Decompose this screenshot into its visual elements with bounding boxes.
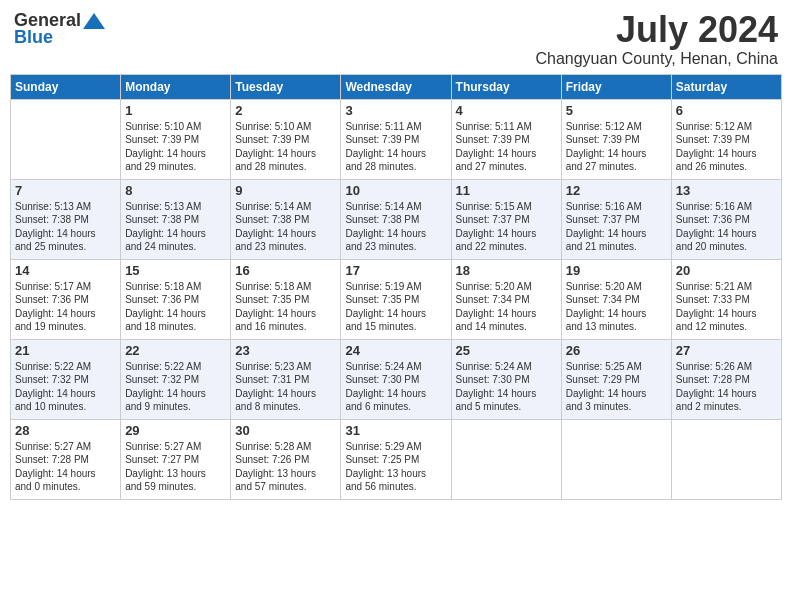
month-title: July 2024 [535, 10, 778, 50]
day-info: Sunrise: 5:10 AM Sunset: 7:39 PM Dayligh… [125, 120, 226, 174]
day-number: 27 [676, 343, 777, 358]
day-number: 17 [345, 263, 446, 278]
table-row: 5Sunrise: 5:12 AM Sunset: 7:39 PM Daylig… [561, 99, 671, 179]
day-number: 29 [125, 423, 226, 438]
day-info: Sunrise: 5:16 AM Sunset: 7:37 PM Dayligh… [566, 200, 667, 254]
day-info: Sunrise: 5:11 AM Sunset: 7:39 PM Dayligh… [456, 120, 557, 174]
calendar-week-row: 1Sunrise: 5:10 AM Sunset: 7:39 PM Daylig… [11, 99, 782, 179]
table-row: 1Sunrise: 5:10 AM Sunset: 7:39 PM Daylig… [121, 99, 231, 179]
day-info: Sunrise: 5:16 AM Sunset: 7:36 PM Dayligh… [676, 200, 777, 254]
day-info: Sunrise: 5:13 AM Sunset: 7:38 PM Dayligh… [15, 200, 116, 254]
day-info: Sunrise: 5:28 AM Sunset: 7:26 PM Dayligh… [235, 440, 336, 494]
table-row: 3Sunrise: 5:11 AM Sunset: 7:39 PM Daylig… [341, 99, 451, 179]
table-row [11, 99, 121, 179]
col-sunday: Sunday [11, 74, 121, 99]
day-info: Sunrise: 5:22 AM Sunset: 7:32 PM Dayligh… [125, 360, 226, 414]
table-row: 4Sunrise: 5:11 AM Sunset: 7:39 PM Daylig… [451, 99, 561, 179]
day-number: 22 [125, 343, 226, 358]
day-info: Sunrise: 5:12 AM Sunset: 7:39 PM Dayligh… [676, 120, 777, 174]
day-info: Sunrise: 5:24 AM Sunset: 7:30 PM Dayligh… [456, 360, 557, 414]
table-row: 27Sunrise: 5:26 AM Sunset: 7:28 PM Dayli… [671, 339, 781, 419]
day-info: Sunrise: 5:20 AM Sunset: 7:34 PM Dayligh… [566, 280, 667, 334]
table-row: 25Sunrise: 5:24 AM Sunset: 7:30 PM Dayli… [451, 339, 561, 419]
table-row [561, 419, 671, 499]
day-info: Sunrise: 5:15 AM Sunset: 7:37 PM Dayligh… [456, 200, 557, 254]
day-info: Sunrise: 5:29 AM Sunset: 7:25 PM Dayligh… [345, 440, 446, 494]
day-info: Sunrise: 5:27 AM Sunset: 7:27 PM Dayligh… [125, 440, 226, 494]
day-number: 2 [235, 103, 336, 118]
day-info: Sunrise: 5:12 AM Sunset: 7:39 PM Dayligh… [566, 120, 667, 174]
day-info: Sunrise: 5:23 AM Sunset: 7:31 PM Dayligh… [235, 360, 336, 414]
col-wednesday: Wednesday [341, 74, 451, 99]
table-row: 26Sunrise: 5:25 AM Sunset: 7:29 PM Dayli… [561, 339, 671, 419]
day-number: 19 [566, 263, 667, 278]
day-info: Sunrise: 5:18 AM Sunset: 7:35 PM Dayligh… [235, 280, 336, 334]
day-info: Sunrise: 5:21 AM Sunset: 7:33 PM Dayligh… [676, 280, 777, 334]
table-row: 15Sunrise: 5:18 AM Sunset: 7:36 PM Dayli… [121, 259, 231, 339]
day-number: 13 [676, 183, 777, 198]
page-header: General Blue July 2024 Changyuan County,… [10, 10, 782, 68]
day-number: 11 [456, 183, 557, 198]
table-row: 6Sunrise: 5:12 AM Sunset: 7:39 PM Daylig… [671, 99, 781, 179]
day-info: Sunrise: 5:13 AM Sunset: 7:38 PM Dayligh… [125, 200, 226, 254]
day-number: 3 [345, 103, 446, 118]
col-saturday: Saturday [671, 74, 781, 99]
day-number: 23 [235, 343, 336, 358]
table-row: 12Sunrise: 5:16 AM Sunset: 7:37 PM Dayli… [561, 179, 671, 259]
calendar-table: Sunday Monday Tuesday Wednesday Thursday… [10, 74, 782, 500]
table-row: 21Sunrise: 5:22 AM Sunset: 7:32 PM Dayli… [11, 339, 121, 419]
table-row: 10Sunrise: 5:14 AM Sunset: 7:38 PM Dayli… [341, 179, 451, 259]
table-row: 19Sunrise: 5:20 AM Sunset: 7:34 PM Dayli… [561, 259, 671, 339]
day-number: 8 [125, 183, 226, 198]
day-info: Sunrise: 5:27 AM Sunset: 7:28 PM Dayligh… [15, 440, 116, 494]
day-info: Sunrise: 5:14 AM Sunset: 7:38 PM Dayligh… [345, 200, 446, 254]
table-row: 20Sunrise: 5:21 AM Sunset: 7:33 PM Dayli… [671, 259, 781, 339]
table-row [451, 419, 561, 499]
table-row: 24Sunrise: 5:24 AM Sunset: 7:30 PM Dayli… [341, 339, 451, 419]
header-row: Sunday Monday Tuesday Wednesday Thursday… [11, 74, 782, 99]
day-number: 5 [566, 103, 667, 118]
title-block: July 2024 Changyuan County, Henan, China [535, 10, 778, 68]
logo: General Blue [14, 10, 105, 48]
table-row: 9Sunrise: 5:14 AM Sunset: 7:38 PM Daylig… [231, 179, 341, 259]
table-row: 14Sunrise: 5:17 AM Sunset: 7:36 PM Dayli… [11, 259, 121, 339]
day-info: Sunrise: 5:22 AM Sunset: 7:32 PM Dayligh… [15, 360, 116, 414]
day-number: 30 [235, 423, 336, 438]
table-row: 28Sunrise: 5:27 AM Sunset: 7:28 PM Dayli… [11, 419, 121, 499]
day-number: 6 [676, 103, 777, 118]
day-number: 15 [125, 263, 226, 278]
day-number: 14 [15, 263, 116, 278]
col-friday: Friday [561, 74, 671, 99]
day-number: 9 [235, 183, 336, 198]
day-number: 24 [345, 343, 446, 358]
day-number: 28 [15, 423, 116, 438]
table-row: 2Sunrise: 5:10 AM Sunset: 7:39 PM Daylig… [231, 99, 341, 179]
day-number: 10 [345, 183, 446, 198]
day-number: 1 [125, 103, 226, 118]
table-row: 17Sunrise: 5:19 AM Sunset: 7:35 PM Dayli… [341, 259, 451, 339]
table-row: 16Sunrise: 5:18 AM Sunset: 7:35 PM Dayli… [231, 259, 341, 339]
day-number: 31 [345, 423, 446, 438]
day-number: 18 [456, 263, 557, 278]
day-number: 25 [456, 343, 557, 358]
col-monday: Monday [121, 74, 231, 99]
day-number: 16 [235, 263, 336, 278]
day-number: 26 [566, 343, 667, 358]
col-tuesday: Tuesday [231, 74, 341, 99]
day-info: Sunrise: 5:26 AM Sunset: 7:28 PM Dayligh… [676, 360, 777, 414]
day-info: Sunrise: 5:18 AM Sunset: 7:36 PM Dayligh… [125, 280, 226, 334]
logo-triangle-icon [83, 13, 105, 29]
table-row: 29Sunrise: 5:27 AM Sunset: 7:27 PM Dayli… [121, 419, 231, 499]
table-row: 8Sunrise: 5:13 AM Sunset: 7:38 PM Daylig… [121, 179, 231, 259]
table-row: 11Sunrise: 5:15 AM Sunset: 7:37 PM Dayli… [451, 179, 561, 259]
day-info: Sunrise: 5:24 AM Sunset: 7:30 PM Dayligh… [345, 360, 446, 414]
day-number: 20 [676, 263, 777, 278]
day-info: Sunrise: 5:20 AM Sunset: 7:34 PM Dayligh… [456, 280, 557, 334]
table-row: 30Sunrise: 5:28 AM Sunset: 7:26 PM Dayli… [231, 419, 341, 499]
table-row: 31Sunrise: 5:29 AM Sunset: 7:25 PM Dayli… [341, 419, 451, 499]
day-number: 4 [456, 103, 557, 118]
day-number: 12 [566, 183, 667, 198]
day-info: Sunrise: 5:25 AM Sunset: 7:29 PM Dayligh… [566, 360, 667, 414]
day-info: Sunrise: 5:14 AM Sunset: 7:38 PM Dayligh… [235, 200, 336, 254]
calendar-week-row: 28Sunrise: 5:27 AM Sunset: 7:28 PM Dayli… [11, 419, 782, 499]
